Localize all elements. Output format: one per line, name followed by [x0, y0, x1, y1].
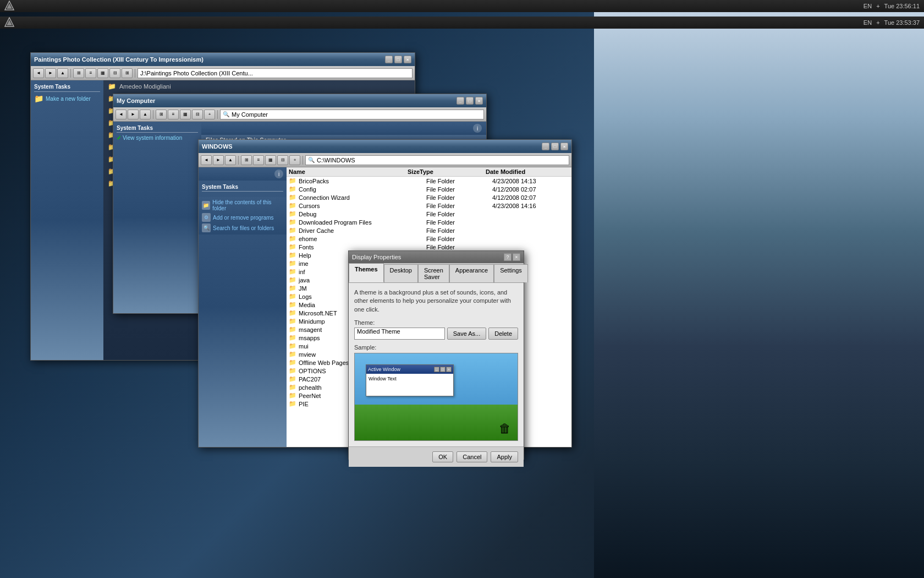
windows-up-btn[interactable]: ▲ [225, 155, 236, 165]
file-folder-tasks-section: System Tasks 📁 Make a new folder [34, 84, 100, 103]
tab-appearance[interactable]: Appearance [449, 264, 494, 282]
file-row[interactable]: 📁 Debug File Folder [287, 210, 571, 218]
windows-controls[interactable]: _ □ × [542, 143, 568, 150]
col-size-header: Size [387, 168, 420, 175]
dialog-controls[interactable]: ? × [504, 253, 520, 261]
display-props-titlebar[interactable]: Display Properties ? × [349, 251, 524, 263]
mycomp-view3[interactable]: ▦ [180, 110, 191, 119]
mycomp-view1[interactable]: ⊞ [156, 110, 167, 119]
paintings-maximize-btn[interactable]: □ [394, 56, 402, 63]
mycomp-forward-btn[interactable]: ► [128, 110, 139, 119]
taskbar2-time: Tue 23:53:37 [884, 19, 920, 26]
file-row[interactable]: 📁 Config File Folder 4/12/2008 02:07 [287, 185, 571, 193]
paintings-address: J:\Paintings Photo Collection (XIII Cent… [140, 70, 253, 77]
hide-contents-btn[interactable]: 📁 Hide the contents of this folder [202, 199, 283, 211]
view-btn3[interactable]: ▦ [97, 68, 108, 78]
add-remove-btn[interactable]: ⚙ Add or remove programs [202, 213, 283, 222]
windows-view2[interactable]: ≡ [253, 155, 264, 165]
windows-close-btn[interactable]: × [560, 143, 568, 150]
view-btn2[interactable]: ≡ [85, 68, 96, 78]
make-new-folder-link[interactable]: 📁 Make a new folder [34, 94, 100, 103]
sample-preview: Active Window _ □ × Window Text 🗑 [354, 353, 518, 441]
paintings-toolbar: ◄ ► ▲ ⊞ ≡ ▦ ⊟ ⊞ J:\Paintings Photo Colle… [31, 66, 415, 80]
back-btn[interactable]: ◄ [33, 68, 44, 78]
file-row[interactable]: 📁 Downloaded Program Files File Folder [287, 218, 571, 226]
file-row[interactable]: 📁 Connection Wizard File Folder 4/12/200… [287, 193, 571, 201]
mycomp-up-btn[interactable]: ▲ [140, 110, 151, 119]
windows-info-icon[interactable]: i [274, 170, 283, 178]
mycomp-title: My Computer [117, 97, 155, 104]
mycomp-titlebar[interactable]: My Computer _ □ × [113, 94, 486, 107]
tab-desktop[interactable]: Desktop [384, 264, 418, 282]
windows-view1[interactable]: ⊞ [241, 155, 252, 165]
delete-btn[interactable]: Delete [488, 328, 518, 340]
dialog-body: A theme is a background plus a set of so… [349, 283, 524, 446]
paintings-minimize-btn[interactable]: _ [385, 56, 393, 63]
system-tasks-section: System Tasks ✓ View system information [117, 125, 198, 141]
tab-screensaver[interactable]: Screen Saver [418, 264, 449, 282]
forward-btn[interactable]: ► [45, 68, 56, 78]
search-btn[interactable]: 🔍 Search for files or folders [202, 223, 283, 232]
file-row[interactable]: 📁 BricoPacks File Folder 4/23/2008 14:13 [287, 177, 571, 185]
view-btn5[interactable]: ⊞ [122, 68, 133, 78]
mycomp-view4[interactable]: ⊟ [192, 110, 203, 119]
windows-titlebar[interactable]: WINDOWS _ □ × [199, 140, 571, 153]
mycomp-minimize-btn[interactable]: _ [457, 97, 464, 105]
checkmark-icon: ✓ [117, 135, 121, 141]
desktop-wallpaper [594, 0, 924, 578]
mycomp-view2[interactable]: ≡ [168, 110, 179, 119]
mycomp-controls[interactable]: _ □ × [457, 97, 483, 105]
apply-btn[interactable]: Apply [491, 451, 518, 462]
mycomp-addressbar[interactable]: 🔍 My Computer [220, 110, 484, 119]
cancel-btn[interactable]: Cancel [457, 451, 487, 462]
mycomp-view5[interactable]: + [204, 110, 215, 119]
tab-themes[interactable]: Themes [349, 263, 384, 282]
folder-amedeo[interactable]: 📁 Amedeo Modigliani [103, 80, 415, 92]
windows-forward-btn[interactable]: ► [213, 155, 224, 165]
paintings-close-btn[interactable]: × [404, 56, 411, 63]
view-system-info-link[interactable]: ✓ View system information [117, 135, 198, 141]
file-row[interactable]: 📁 Fonts File Folder [287, 243, 571, 251]
col-name-header: Name [289, 168, 387, 175]
dialog-help-btn[interactable]: ? [504, 253, 512, 261]
windows-maximize-btn[interactable]: □ [551, 143, 559, 150]
windows-minimize-btn[interactable]: _ [542, 143, 549, 150]
recycle-bin-icon: 🗑 [499, 422, 511, 436]
make-folder-label: Make a new folder [46, 96, 91, 102]
col-date-header: Date Modified [486, 168, 563, 175]
windows-toolbar: ◄ ► ▲ ⊞ ≡ ▦ ⊟ + 🔍 C:\WINDOWS [199, 153, 571, 167]
file-row[interactable]: 📁 Cursors File Folder 4/23/2008 14:16 [287, 201, 571, 210]
taskbar-logo [4, 1, 14, 12]
mycomp-sidebar: System Tasks ✓ View system information [113, 122, 201, 313]
windows-view3[interactable]: ▦ [265, 155, 276, 165]
mycomp-close-btn[interactable]: × [475, 97, 483, 105]
taskbar-top: EN + Tue 23:56:11 [0, 0, 924, 12]
paintings-controls[interactable]: _ □ × [385, 56, 411, 63]
info-icon[interactable]: i [473, 124, 482, 133]
sample-win-controls: _ □ × [434, 367, 452, 372]
ok-btn[interactable]: OK [432, 451, 453, 462]
file-row[interactable]: 📁 ehome File Folder [287, 235, 571, 243]
paintings-addressbar[interactable]: J:\Paintings Photo Collection (XIII Cent… [138, 68, 413, 78]
windows-view5[interactable]: + [289, 155, 300, 165]
up-btn[interactable]: ▲ [57, 68, 68, 78]
sample-max-btn: □ [440, 367, 446, 372]
windows-addressbar[interactable]: 🔍 C:\WINDOWS [305, 155, 569, 165]
theme-select-dropdown[interactable]: Modified Theme [354, 328, 445, 340]
paintings-titlebar[interactable]: Paintings Photo Collection (XIII Century… [31, 53, 415, 66]
tab-settings[interactable]: Settings [494, 264, 528, 282]
sample-win-text: Window Text [369, 376, 397, 381]
dialog-desc: A theme is a background plus a set of so… [354, 288, 518, 314]
hide-icon: 📁 [202, 201, 210, 210]
windows-view4[interactable]: ⊟ [277, 155, 288, 165]
mycomp-maximize-btn[interactable]: □ [466, 97, 474, 105]
mycomp-back-btn[interactable]: ◄ [116, 110, 127, 119]
save-as-btn[interactable]: Save As... [447, 328, 487, 340]
view-btn4[interactable]: ⊟ [109, 68, 120, 78]
mycomp-info-bar: i [201, 122, 486, 135]
view-btn1[interactable]: ⊞ [73, 68, 84, 78]
windows-back-btn[interactable]: ◄ [201, 155, 212, 165]
dialog-close-btn[interactable]: × [513, 253, 520, 261]
mycomp-address: My Computer [232, 111, 268, 118]
file-row[interactable]: 📁 Driver Cache File Folder [287, 226, 571, 235]
